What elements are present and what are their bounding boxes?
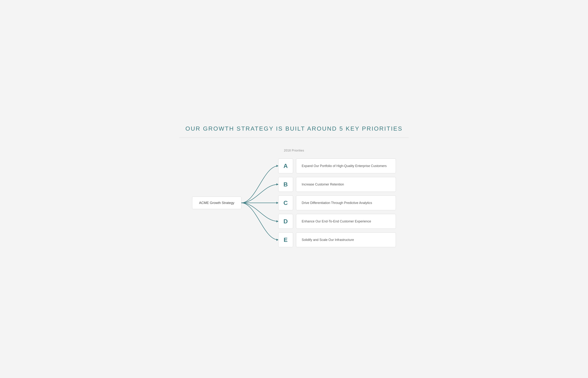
priorities-label: 2018 Priorities (284, 149, 304, 152)
priority-text-a: Expand Our Portfolio of High-Quality Ent… (296, 159, 396, 173)
diagram-area: 2018 Priorities ACME Growth Strategy (179, 149, 409, 249)
svg-marker-2 (276, 202, 278, 204)
priority-text-d: Enhance Our End-To-End Customer Experien… (296, 214, 396, 229)
svg-marker-3 (276, 220, 278, 222)
priority-letter-c: C (278, 195, 293, 210)
svg-marker-4 (276, 239, 278, 241)
svg-marker-0 (276, 165, 278, 167)
priority-text-c: Drive Differentiation Through Predictive… (296, 195, 396, 210)
priority-letter-b: B (278, 177, 293, 192)
priority-text-b: Increase Customer Retention (296, 177, 396, 192)
priority-row-d: D Enhance Our End-To-End Customer Experi… (278, 214, 396, 229)
diagram-body: ACME Growth Strategy (179, 157, 409, 249)
divider (179, 138, 409, 138)
priorities-column: A Expand Our Portfolio of High-Quality E… (278, 159, 396, 247)
priority-letter-d: D (278, 214, 293, 229)
priority-text-e: Solidify and Scale Our Infrastructure (296, 232, 396, 247)
priority-letter-a: A (278, 159, 293, 173)
priority-letter-e: E (278, 232, 293, 247)
source-box: ACME Growth Strategy (192, 197, 241, 209)
svg-marker-1 (276, 183, 278, 186)
priority-row-e: E Solidify and Scale Our Infrastructure (278, 232, 396, 247)
connector-lines (241, 157, 278, 249)
priority-row-a: A Expand Our Portfolio of High-Quality E… (278, 159, 396, 173)
page-title: OUR GROWTH STRATEGY IS BUILT AROUND 5 KE… (179, 125, 409, 132)
page-container: OUR GROWTH STRATEGY IS BUILT AROUND 5 KE… (165, 114, 423, 264)
priority-row-c: C Drive Differentiation Through Predicti… (278, 195, 396, 210)
priority-row-b: B Increase Customer Retention (278, 177, 396, 192)
